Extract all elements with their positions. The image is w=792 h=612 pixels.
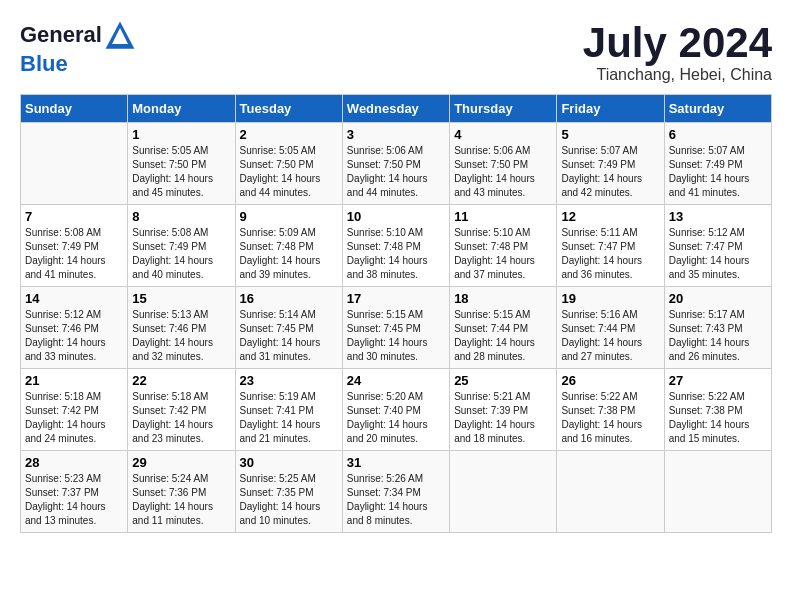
day-number: 21 xyxy=(25,373,123,388)
day-content: Sunrise: 5:15 AMSunset: 7:44 PMDaylight:… xyxy=(454,308,552,364)
day-content: Sunrise: 5:22 AMSunset: 7:38 PMDaylight:… xyxy=(561,390,659,446)
calendar-cell: 17Sunrise: 5:15 AMSunset: 7:45 PMDayligh… xyxy=(342,287,449,369)
weekday-header: Saturday xyxy=(664,95,771,123)
day-number: 2 xyxy=(240,127,338,142)
day-number: 17 xyxy=(347,291,445,306)
calendar-cell: 7Sunrise: 5:08 AMSunset: 7:49 PMDaylight… xyxy=(21,205,128,287)
day-content: Sunrise: 5:09 AMSunset: 7:48 PMDaylight:… xyxy=(240,226,338,282)
calendar-cell: 28Sunrise: 5:23 AMSunset: 7:37 PMDayligh… xyxy=(21,451,128,533)
day-content: Sunrise: 5:08 AMSunset: 7:49 PMDaylight:… xyxy=(25,226,123,282)
calendar-cell: 2Sunrise: 5:05 AMSunset: 7:50 PMDaylight… xyxy=(235,123,342,205)
day-content: Sunrise: 5:07 AMSunset: 7:49 PMDaylight:… xyxy=(669,144,767,200)
calendar-week-row: 28Sunrise: 5:23 AMSunset: 7:37 PMDayligh… xyxy=(21,451,772,533)
day-content: Sunrise: 5:12 AMSunset: 7:47 PMDaylight:… xyxy=(669,226,767,282)
day-number: 30 xyxy=(240,455,338,470)
day-number: 10 xyxy=(347,209,445,224)
day-number: 8 xyxy=(132,209,230,224)
calendar-week-row: 14Sunrise: 5:12 AMSunset: 7:46 PMDayligh… xyxy=(21,287,772,369)
day-number: 13 xyxy=(669,209,767,224)
weekday-header: Monday xyxy=(128,95,235,123)
day-number: 24 xyxy=(347,373,445,388)
day-number: 28 xyxy=(25,455,123,470)
day-content: Sunrise: 5:16 AMSunset: 7:44 PMDaylight:… xyxy=(561,308,659,364)
day-number: 20 xyxy=(669,291,767,306)
calendar-cell: 30Sunrise: 5:25 AMSunset: 7:35 PMDayligh… xyxy=(235,451,342,533)
month-title: July 2024 xyxy=(583,20,772,66)
day-content: Sunrise: 5:14 AMSunset: 7:45 PMDaylight:… xyxy=(240,308,338,364)
page-header: General Blue July 2024 Tianchang, Hebei,… xyxy=(20,20,772,84)
weekday-header: Sunday xyxy=(21,95,128,123)
calendar-cell: 3Sunrise: 5:06 AMSunset: 7:50 PMDaylight… xyxy=(342,123,449,205)
day-number: 4 xyxy=(454,127,552,142)
logo: General Blue xyxy=(20,20,136,76)
calendar-cell: 14Sunrise: 5:12 AMSunset: 7:46 PMDayligh… xyxy=(21,287,128,369)
calendar-cell xyxy=(21,123,128,205)
calendar-cell: 4Sunrise: 5:06 AMSunset: 7:50 PMDaylight… xyxy=(450,123,557,205)
calendar-cell: 27Sunrise: 5:22 AMSunset: 7:38 PMDayligh… xyxy=(664,369,771,451)
weekday-header-row: SundayMondayTuesdayWednesdayThursdayFrid… xyxy=(21,95,772,123)
day-number: 9 xyxy=(240,209,338,224)
calendar-week-row: 1Sunrise: 5:05 AMSunset: 7:50 PMDaylight… xyxy=(21,123,772,205)
day-content: Sunrise: 5:10 AMSunset: 7:48 PMDaylight:… xyxy=(454,226,552,282)
day-content: Sunrise: 5:06 AMSunset: 7:50 PMDaylight:… xyxy=(454,144,552,200)
day-content: Sunrise: 5:08 AMSunset: 7:49 PMDaylight:… xyxy=(132,226,230,282)
calendar-cell: 29Sunrise: 5:24 AMSunset: 7:36 PMDayligh… xyxy=(128,451,235,533)
weekday-header: Thursday xyxy=(450,95,557,123)
calendar-cell: 5Sunrise: 5:07 AMSunset: 7:49 PMDaylight… xyxy=(557,123,664,205)
calendar-cell: 15Sunrise: 5:13 AMSunset: 7:46 PMDayligh… xyxy=(128,287,235,369)
calendar-cell: 6Sunrise: 5:07 AMSunset: 7:49 PMDaylight… xyxy=(664,123,771,205)
calendar-cell: 10Sunrise: 5:10 AMSunset: 7:48 PMDayligh… xyxy=(342,205,449,287)
day-number: 23 xyxy=(240,373,338,388)
calendar-week-row: 7Sunrise: 5:08 AMSunset: 7:49 PMDaylight… xyxy=(21,205,772,287)
day-content: Sunrise: 5:15 AMSunset: 7:45 PMDaylight:… xyxy=(347,308,445,364)
calendar-cell: 22Sunrise: 5:18 AMSunset: 7:42 PMDayligh… xyxy=(128,369,235,451)
day-number: 31 xyxy=(347,455,445,470)
day-content: Sunrise: 5:24 AMSunset: 7:36 PMDaylight:… xyxy=(132,472,230,528)
calendar-cell: 21Sunrise: 5:18 AMSunset: 7:42 PMDayligh… xyxy=(21,369,128,451)
calendar-table: SundayMondayTuesdayWednesdayThursdayFrid… xyxy=(20,94,772,533)
calendar-cell: 13Sunrise: 5:12 AMSunset: 7:47 PMDayligh… xyxy=(664,205,771,287)
day-number: 25 xyxy=(454,373,552,388)
day-number: 5 xyxy=(561,127,659,142)
title-block: July 2024 Tianchang, Hebei, China xyxy=(583,20,772,84)
calendar-cell: 31Sunrise: 5:26 AMSunset: 7:34 PMDayligh… xyxy=(342,451,449,533)
weekday-header: Wednesday xyxy=(342,95,449,123)
day-number: 6 xyxy=(669,127,767,142)
day-content: Sunrise: 5:23 AMSunset: 7:37 PMDaylight:… xyxy=(25,472,123,528)
calendar-cell xyxy=(557,451,664,533)
day-number: 26 xyxy=(561,373,659,388)
calendar-cell: 12Sunrise: 5:11 AMSunset: 7:47 PMDayligh… xyxy=(557,205,664,287)
day-content: Sunrise: 5:06 AMSunset: 7:50 PMDaylight:… xyxy=(347,144,445,200)
calendar-cell xyxy=(450,451,557,533)
day-content: Sunrise: 5:11 AMSunset: 7:47 PMDaylight:… xyxy=(561,226,659,282)
calendar-cell: 24Sunrise: 5:20 AMSunset: 7:40 PMDayligh… xyxy=(342,369,449,451)
day-content: Sunrise: 5:10 AMSunset: 7:48 PMDaylight:… xyxy=(347,226,445,282)
day-content: Sunrise: 5:21 AMSunset: 7:39 PMDaylight:… xyxy=(454,390,552,446)
calendar-week-row: 21Sunrise: 5:18 AMSunset: 7:42 PMDayligh… xyxy=(21,369,772,451)
calendar-cell: 20Sunrise: 5:17 AMSunset: 7:43 PMDayligh… xyxy=(664,287,771,369)
day-content: Sunrise: 5:20 AMSunset: 7:40 PMDaylight:… xyxy=(347,390,445,446)
day-content: Sunrise: 5:13 AMSunset: 7:46 PMDaylight:… xyxy=(132,308,230,364)
calendar-cell: 23Sunrise: 5:19 AMSunset: 7:41 PMDayligh… xyxy=(235,369,342,451)
day-number: 16 xyxy=(240,291,338,306)
day-number: 1 xyxy=(132,127,230,142)
day-content: Sunrise: 5:22 AMSunset: 7:38 PMDaylight:… xyxy=(669,390,767,446)
logo-blue: Blue xyxy=(20,51,68,76)
day-number: 27 xyxy=(669,373,767,388)
weekday-header: Friday xyxy=(557,95,664,123)
day-content: Sunrise: 5:07 AMSunset: 7:49 PMDaylight:… xyxy=(561,144,659,200)
calendar-cell: 26Sunrise: 5:22 AMSunset: 7:38 PMDayligh… xyxy=(557,369,664,451)
day-content: Sunrise: 5:05 AMSunset: 7:50 PMDaylight:… xyxy=(240,144,338,200)
calendar-cell: 16Sunrise: 5:14 AMSunset: 7:45 PMDayligh… xyxy=(235,287,342,369)
calendar-cell: 25Sunrise: 5:21 AMSunset: 7:39 PMDayligh… xyxy=(450,369,557,451)
calendar-cell: 9Sunrise: 5:09 AMSunset: 7:48 PMDaylight… xyxy=(235,205,342,287)
day-content: Sunrise: 5:25 AMSunset: 7:35 PMDaylight:… xyxy=(240,472,338,528)
location-subtitle: Tianchang, Hebei, China xyxy=(583,66,772,84)
calendar-cell: 19Sunrise: 5:16 AMSunset: 7:44 PMDayligh… xyxy=(557,287,664,369)
day-content: Sunrise: 5:05 AMSunset: 7:50 PMDaylight:… xyxy=(132,144,230,200)
day-number: 18 xyxy=(454,291,552,306)
day-content: Sunrise: 5:26 AMSunset: 7:34 PMDaylight:… xyxy=(347,472,445,528)
day-number: 11 xyxy=(454,209,552,224)
calendar-cell: 18Sunrise: 5:15 AMSunset: 7:44 PMDayligh… xyxy=(450,287,557,369)
day-number: 14 xyxy=(25,291,123,306)
